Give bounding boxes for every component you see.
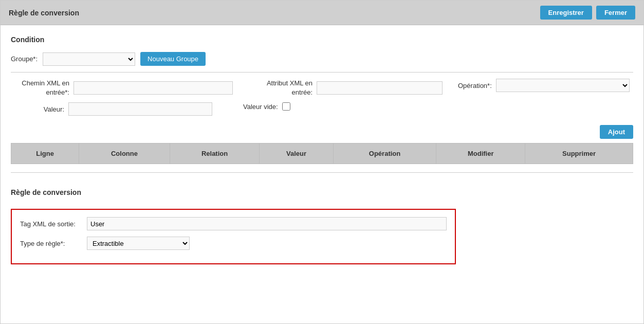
chemin-xml-input[interactable] bbox=[73, 81, 233, 95]
title-bar: Règle de conversion Enregistrer Fermer bbox=[1, 1, 643, 25]
type-regle-row: Type de règle*: Extractible bbox=[20, 237, 447, 250]
highlighted-fields-box: Tag XML de sortie: Type de règle*: Extra… bbox=[11, 209, 456, 264]
nouveau-groupe-button[interactable]: Nouveau Groupe bbox=[140, 52, 206, 66]
col-ligne: Ligne bbox=[11, 143, 79, 164]
condition-fields: Chemin XML en entrée*: Attribut XML en e… bbox=[11, 79, 633, 116]
col-operation: Opération bbox=[333, 143, 436, 164]
condition-section: Condition Groupe*: Nouveau Groupe Chemin… bbox=[11, 35, 633, 164]
regle-conversion-title: Règle de conversion bbox=[11, 188, 633, 196]
chemin-xml-label: Chemin XML en entrée*: bbox=[13, 79, 69, 97]
valeur-vide-col: Valeur vide: bbox=[243, 102, 290, 111]
col-colonne: Colonne bbox=[79, 143, 170, 164]
valeur-row: Valeur: Valeur vide: bbox=[13, 102, 631, 116]
table-header-row: Ligne Colonne Relation Valeur Opération … bbox=[11, 143, 633, 164]
valeur-vide-checkbox[interactable] bbox=[282, 102, 290, 111]
ajout-button[interactable]: Ajout bbox=[600, 125, 633, 139]
operation-label: Opération*: bbox=[458, 82, 492, 89]
type-regle-select[interactable]: Extractible bbox=[87, 237, 190, 250]
divider-2 bbox=[11, 172, 633, 173]
conditions-table: Ligne Colonne Relation Valeur Opération … bbox=[11, 143, 633, 164]
title-bar-buttons: Enregistrer Fermer bbox=[540, 6, 635, 20]
col-modifier: Modifier bbox=[436, 143, 525, 164]
valeur-col: Valeur: bbox=[13, 102, 212, 116]
type-regle-label: Type de règle*: bbox=[20, 240, 82, 247]
col-valeur: Valeur bbox=[260, 143, 333, 164]
window-title: Règle de conversion bbox=[9, 9, 79, 17]
valeur-vide-label: Valeur vide: bbox=[243, 103, 278, 111]
tag-xml-input[interactable] bbox=[87, 217, 447, 230]
attribut-xml-col: Attribut XML en entrée: bbox=[248, 79, 443, 97]
table-section: Ligne Colonne Relation Valeur Opération … bbox=[11, 143, 633, 164]
tag-xml-row: Tag XML de sortie: bbox=[20, 217, 447, 230]
fermer-button[interactable]: Fermer bbox=[596, 6, 635, 20]
tag-xml-label: Tag XML de sortie: bbox=[20, 220, 82, 228]
groupe-label: Groupe*: bbox=[11, 55, 38, 63]
divider-1 bbox=[11, 72, 633, 73]
enregistrer-button[interactable]: Enregistrer bbox=[540, 6, 592, 20]
col-supprimer: Supprimer bbox=[525, 143, 633, 164]
groupe-select[interactable] bbox=[43, 52, 135, 66]
valeur-input[interactable] bbox=[68, 102, 212, 116]
regle-conversion-section: Règle de conversion Tag XML de sortie: T… bbox=[11, 183, 633, 264]
chemin-xml-col: Chemin XML en entrée*: bbox=[13, 79, 233, 97]
col-relation: Relation bbox=[170, 143, 260, 164]
xml-fields-row1: Chemin XML en entrée*: Attribut XML en e… bbox=[13, 79, 631, 97]
main-content: Condition Groupe*: Nouveau Groupe Chemin… bbox=[1, 25, 643, 275]
valeur-label: Valeur: bbox=[13, 105, 64, 113]
operation-col: Opération*: bbox=[458, 79, 630, 92]
groupe-row: Groupe*: Nouveau Groupe bbox=[11, 52, 633, 66]
operation-select[interactable] bbox=[496, 79, 630, 92]
main-window: Règle de conversion Enregistrer Fermer C… bbox=[0, 0, 644, 324]
attribut-xml-input[interactable] bbox=[317, 81, 443, 95]
ajout-row: Ajout bbox=[11, 121, 633, 141]
attribut-xml-label: Attribut XML en entrée: bbox=[248, 79, 312, 97]
condition-title: Condition bbox=[11, 35, 633, 44]
